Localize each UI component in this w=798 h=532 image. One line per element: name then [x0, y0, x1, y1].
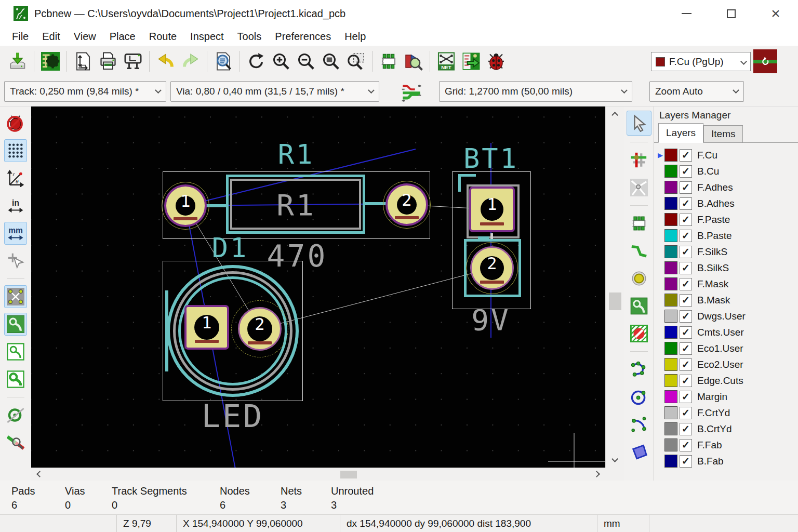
menu-view[interactable]: View	[67, 31, 103, 43]
layer-visibility-checkbox[interactable]: ✓	[680, 181, 692, 194]
layer-color-swatch[interactable]	[664, 390, 677, 403]
r1-pad2[interactable]: 2	[385, 183, 428, 226]
add-keepout-zone-button[interactable]	[628, 322, 650, 345]
layer-row-b-adhes[interactable]: ✓B.Adhes	[654, 195, 798, 211]
track-display-mode-button[interactable]	[4, 431, 27, 454]
via-display-mode-button[interactable]	[4, 404, 27, 427]
layer-name[interactable]: B.Mask	[697, 295, 730, 306]
layer-visibility-checkbox[interactable]: ✓	[680, 407, 692, 419]
r1-reference[interactable]: R1	[278, 139, 315, 170]
cursor-shape-button[interactable]	[4, 249, 27, 272]
add-polygon-button[interactable]	[628, 441, 650, 463]
layer-color-swatch[interactable]	[664, 229, 677, 242]
layer-name[interactable]: B.Fab	[697, 456, 724, 467]
layer-visibility-checkbox[interactable]: ✓	[680, 197, 692, 210]
r1-fab-reference[interactable]: R1	[276, 188, 315, 222]
layer-row-edge-cuts[interactable]: ✓Edge.Cuts	[654, 373, 798, 389]
track-swap-layer-button[interactable]	[753, 49, 777, 73]
layer-row-margin[interactable]: ✓Margin	[654, 389, 798, 405]
scroll-down-icon[interactable]	[611, 456, 618, 462]
highlight-net-button[interactable]	[628, 149, 650, 171]
layer-row-f-adhes[interactable]: ✓F.Adhes	[654, 179, 798, 195]
layer-color-swatch[interactable]	[664, 165, 677, 178]
layer-name[interactable]: Edge.Cuts	[697, 375, 743, 387]
bt1-reference[interactable]: BT1	[463, 143, 518, 174]
menu-file[interactable]: File	[5, 31, 35, 43]
add-graphic-arc-button[interactable]	[628, 413, 650, 436]
grid-dropdown[interactable]: Grid: 1,2700 mm (50,00 mils)	[439, 81, 632, 102]
route-tracks-button[interactable]	[628, 240, 650, 262]
drc-off-button[interactable]	[4, 112, 27, 135]
show-ratsnest-button[interactable]	[4, 285, 27, 308]
layer-visibility-checkbox[interactable]: ✓	[680, 391, 692, 403]
layer-name[interactable]: B.SilkS	[697, 262, 729, 274]
zone-outline-mode-button[interactable]	[4, 340, 27, 363]
d1-reference[interactable]: D1	[212, 232, 249, 263]
find-button[interactable]	[211, 49, 236, 74]
layer-visibility-checkbox[interactable]: ✓	[680, 342, 692, 355]
select-tool-button[interactable]	[627, 111, 651, 136]
menu-help[interactable]: Help	[338, 31, 373, 43]
footprint-chooser-button[interactable]	[376, 49, 401, 74]
layer-row-b-paste[interactable]: ✓B.Paste	[654, 228, 798, 244]
tab-items[interactable]: Items	[703, 125, 743, 142]
scroll-up-icon[interactable]	[611, 112, 618, 118]
layer-color-swatch[interactable]	[664, 294, 677, 307]
layer-name[interactable]: F.Mask	[697, 278, 728, 290]
add-graphic-circle-button[interactable]	[628, 385, 650, 408]
polar-coords-button[interactable]: rθ	[4, 167, 27, 190]
zoom-out-button[interactable]	[294, 49, 318, 74]
layer-visibility-checkbox[interactable]: ✓	[680, 149, 692, 162]
layer-visibility-checkbox[interactable]: ✓	[680, 358, 692, 371]
layer-visibility-checkbox[interactable]: ✓	[680, 294, 692, 307]
zoom-selection-button[interactable]	[343, 49, 368, 74]
layer-name[interactable]: Eco1.User	[697, 343, 743, 354]
layer-visibility-checkbox[interactable]: ✓	[680, 246, 692, 258]
layer-name[interactable]: F.Cu	[697, 150, 717, 161]
zoom-in-button[interactable]	[269, 49, 294, 74]
add-graphic-line-button[interactable]	[628, 358, 650, 381]
footprint-properties-button[interactable]	[401, 49, 426, 74]
layer-visibility-checkbox[interactable]: ✓	[680, 278, 692, 290]
add-via-button[interactable]	[628, 267, 650, 290]
layer-row-f-cu[interactable]: ▶✓F.Cu	[654, 147, 798, 163]
layer-color-swatch[interactable]	[664, 277, 677, 290]
layer-color-swatch[interactable]	[664, 374, 677, 387]
save-button[interactable]	[5, 49, 30, 74]
menu-place[interactable]: Place	[103, 31, 142, 43]
menu-route[interactable]: Route	[142, 31, 183, 43]
refresh-view-button[interactable]	[244, 49, 269, 74]
layer-row-b-cu[interactable]: ✓B.Cu	[654, 163, 798, 179]
layer-visibility-checkbox[interactable]: ✓	[680, 375, 692, 387]
layer-row-b-silks[interactable]: ✓B.SilkS	[654, 260, 798, 276]
zoom-dropdown[interactable]: Zoom Auto	[649, 81, 744, 102]
update-pcb-button[interactable]	[459, 49, 484, 74]
layer-color-swatch[interactable]	[664, 181, 677, 194]
vertical-scrollbar-thumb[interactable]	[609, 292, 621, 310]
layer-color-swatch[interactable]	[664, 422, 677, 435]
layer-name[interactable]: B.CrtYd	[697, 423, 732, 435]
layer-name[interactable]: Cmts.User	[697, 327, 744, 338]
units-inches-button[interactable]: in	[4, 194, 27, 217]
scroll-left-icon[interactable]	[36, 471, 43, 477]
layer-color-swatch[interactable]	[664, 455, 677, 468]
minimize-button[interactable]	[664, 0, 709, 27]
layer-color-swatch[interactable]	[664, 149, 677, 162]
layer-row-b-crtyd[interactable]: ✓B.CrtYd	[654, 421, 798, 437]
layer-name[interactable]: F.Adhes	[697, 182, 733, 193]
add-filled-zone-button[interactable]	[628, 295, 650, 317]
layer-name[interactable]: F.Paste	[697, 214, 730, 225]
menu-preferences[interactable]: Preferences	[268, 31, 338, 43]
layer-name[interactable]: B.Cu	[697, 166, 719, 177]
horizontal-scrollbar-thumb[interactable]	[340, 471, 357, 478]
track-width-dropdown[interactable]: Track: 0,250 mm (9,84 mils) *	[4, 81, 166, 102]
page-settings-button[interactable]	[71, 49, 96, 74]
menu-edit[interactable]: Edit	[35, 31, 66, 43]
d1-value[interactable]: LED	[202, 398, 264, 434]
layer-color-swatch[interactable]	[664, 358, 677, 371]
layer-row-f-silks[interactable]: ✓F.SilkS	[654, 244, 798, 260]
active-layer-dropdown[interactable]: F.Cu (PgUp)	[651, 52, 751, 71]
layer-color-swatch[interactable]	[664, 310, 677, 323]
layer-row-eco1-user[interactable]: ✓Eco1.User	[654, 340, 798, 356]
redo-button[interactable]	[178, 49, 203, 74]
